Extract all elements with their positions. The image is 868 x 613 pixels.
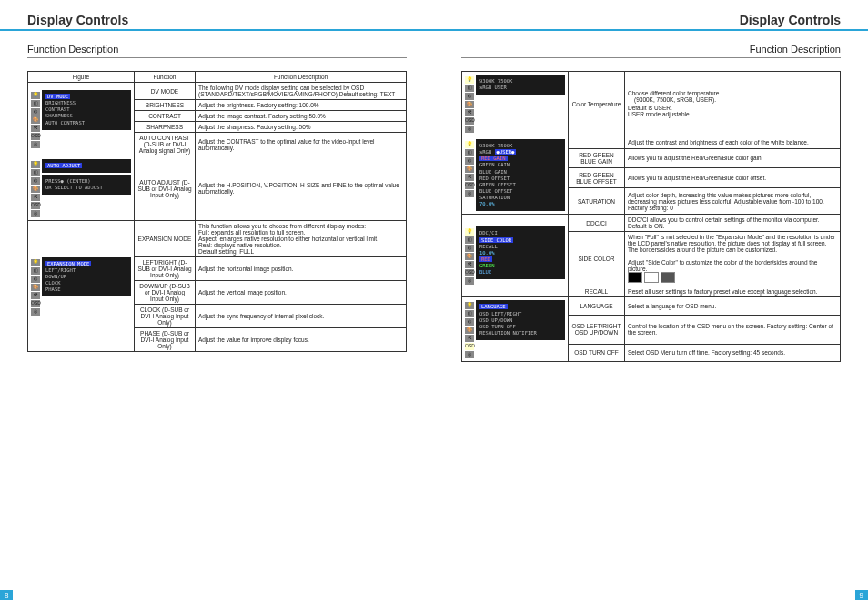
th-figure: Figure [28, 72, 135, 83]
figure-autoadjust: 💡◧◐🎨🛠OSD◎AUTO ADJUSTPRESS● (CENTER) OR S… [28, 156, 135, 221]
function-table: 💡◧◐🎨🛠OSD◎9300K 7500KsRGB USER Color Temp… [461, 71, 841, 362]
figure-dvmode: 💡◧◐🎨🛠OSD◎DV MODEBRIGHTNESSCONTRASTSHARPN… [28, 83, 135, 156]
section-title: Function Description [461, 44, 841, 58]
desc: The following DV mode display setting ca… [196, 83, 407, 100]
th-function: Function [135, 72, 196, 83]
th-desc: Function Description [196, 72, 407, 83]
page-number: 8 [0, 590, 13, 600]
section-title: Function Description [27, 44, 407, 58]
figure-colortemp: 💡◧◐🎨🛠OSD◎9300K 7500KsRGB USER [462, 72, 569, 136]
page-title: Display Controls [461, 13, 841, 27]
function-table: FigureFunctionFunction Description 💡◧◐🎨🛠… [27, 71, 407, 352]
page: Display Controls Function Description Fi… [0, 0, 868, 613]
divider [434, 29, 868, 31]
figure-colorgain: 💡◧◐🎨🛠OSD◎9300K 7500KsRGB ●USER●RED GAING… [462, 136, 569, 215]
page-title: Display Controls [27, 13, 407, 27]
figure-osd: 💡◧◐🎨🛠OSD◎LANGUAGEOSD LEFT/RIGHTOSD UP/DO… [462, 297, 569, 362]
right-page: Display Controls Function Description 💡◧… [434, 0, 868, 613]
page-number: 9 [855, 590, 868, 600]
divider [0, 29, 434, 31]
figure-sidecolor: 💡◧◐🎨🛠OSD◎DDC/CISIDE COLORRECALL 10.0%RED… [462, 215, 569, 297]
left-page: Display Controls Function Description Fi… [0, 0, 434, 613]
figure-expansion: 💡◧◐🎨🛠OSD◎EXPANSION MODELEFT/RIGHTDOWN/UP… [28, 221, 135, 352]
fn: DV MODE [135, 83, 196, 100]
